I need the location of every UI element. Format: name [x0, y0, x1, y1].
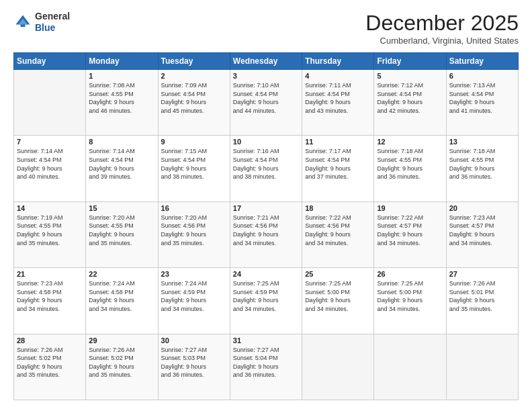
day-info: Sunrise: 7:26 AM Sunset: 5:02 PM Dayligh…	[17, 346, 83, 379]
day-info: Sunrise: 7:20 AM Sunset: 4:55 PM Dayligh…	[89, 214, 154, 247]
day-number: 18	[305, 204, 371, 212]
day-info: Sunrise: 7:24 AM Sunset: 4:59 PM Dayligh…	[161, 279, 227, 313]
day-number: 31	[233, 336, 299, 345]
logo: General Blue	[13, 11, 70, 34]
calendar-cell: 18Sunrise: 7:22 AM Sunset: 4:56 PM Dayli…	[302, 201, 374, 267]
header-tuesday: Tuesday	[158, 53, 230, 70]
calendar-cell: 24Sunrise: 7:25 AM Sunset: 4:59 PM Dayli…	[230, 268, 302, 334]
day-info: Sunrise: 7:26 AM Sunset: 5:02 PM Dayligh…	[89, 346, 154, 379]
day-number: 27	[449, 270, 515, 278]
calendar-cell: 5Sunrise: 7:12 AM Sunset: 4:54 PM Daylig…	[374, 70, 446, 136]
calendar-cell	[374, 334, 446, 400]
calendar-cell: 17Sunrise: 7:21 AM Sunset: 4:56 PM Dayli…	[230, 201, 302, 267]
calendar-cell: 1Sunrise: 7:08 AM Sunset: 4:55 PM Daylig…	[86, 70, 158, 136]
day-info: Sunrise: 7:09 AM Sunset: 4:54 PM Dayligh…	[161, 81, 227, 115]
day-info: Sunrise: 7:27 AM Sunset: 5:04 PM Dayligh…	[233, 346, 299, 379]
calendar-cell: 11Sunrise: 7:17 AM Sunset: 4:54 PM Dayli…	[302, 136, 374, 201]
day-number: 3	[233, 72, 299, 80]
calendar-cell: 19Sunrise: 7:22 AM Sunset: 4:57 PM Dayli…	[374, 201, 446, 267]
page: General Blue December 2025 Cumberland, V…	[0, 0, 532, 411]
day-number: 6	[449, 72, 515, 80]
calendar-cell: 26Sunrise: 7:25 AM Sunset: 5:00 PM Dayli…	[374, 268, 446, 334]
day-number: 12	[377, 138, 443, 146]
calendar-cell	[302, 334, 374, 400]
day-number: 24	[233, 270, 299, 278]
day-info: Sunrise: 7:22 AM Sunset: 4:56 PM Dayligh…	[305, 214, 371, 247]
day-number: 21	[17, 270, 83, 278]
day-info: Sunrise: 7:12 AM Sunset: 4:54 PM Dayligh…	[377, 81, 443, 115]
day-number: 11	[305, 138, 371, 146]
day-info: Sunrise: 7:13 AM Sunset: 4:54 PM Dayligh…	[449, 81, 515, 115]
header: General Blue December 2025 Cumberland, V…	[13, 11, 519, 46]
day-number: 15	[89, 204, 154, 212]
calendar-week-4: 28Sunrise: 7:26 AM Sunset: 5:02 PM Dayli…	[14, 334, 519, 400]
calendar-cell: 21Sunrise: 7:23 AM Sunset: 4:58 PM Dayli…	[14, 268, 86, 334]
calendar-cell: 20Sunrise: 7:23 AM Sunset: 4:57 PM Dayli…	[446, 201, 518, 267]
calendar-week-3: 21Sunrise: 7:23 AM Sunset: 4:58 PM Dayli…	[14, 268, 519, 334]
header-wednesday: Wednesday	[230, 53, 302, 70]
day-number: 4	[305, 72, 371, 80]
title-block: December 2025 Cumberland, Virginia, Unit…	[365, 11, 519, 46]
logo-icon	[13, 13, 32, 32]
day-info: Sunrise: 7:14 AM Sunset: 4:54 PM Dayligh…	[17, 147, 83, 181]
calendar-cell: 15Sunrise: 7:20 AM Sunset: 4:55 PM Dayli…	[86, 201, 158, 267]
logo-blue-text: Blue	[35, 22, 55, 33]
logo-general-text: General	[35, 11, 70, 21]
calendar-cell: 25Sunrise: 7:25 AM Sunset: 5:00 PM Dayli…	[302, 268, 374, 334]
calendar-cell: 3Sunrise: 7:10 AM Sunset: 4:54 PM Daylig…	[230, 70, 302, 136]
weekday-header-row: Sunday Monday Tuesday Wednesday Thursday…	[14, 53, 519, 70]
calendar-cell: 22Sunrise: 7:24 AM Sunset: 4:58 PM Dayli…	[86, 268, 158, 334]
calendar-cell: 10Sunrise: 7:16 AM Sunset: 4:54 PM Dayli…	[230, 136, 302, 201]
day-info: Sunrise: 7:14 AM Sunset: 4:54 PM Dayligh…	[89, 147, 154, 181]
calendar-cell: 23Sunrise: 7:24 AM Sunset: 4:59 PM Dayli…	[158, 268, 230, 334]
day-number: 10	[233, 138, 299, 146]
day-number: 20	[449, 204, 515, 212]
day-info: Sunrise: 7:21 AM Sunset: 4:56 PM Dayligh…	[233, 214, 299, 247]
day-info: Sunrise: 7:24 AM Sunset: 4:58 PM Dayligh…	[89, 279, 154, 313]
day-info: Sunrise: 7:25 AM Sunset: 5:00 PM Dayligh…	[305, 279, 371, 313]
day-number: 5	[377, 72, 443, 80]
calendar-cell: 30Sunrise: 7:27 AM Sunset: 5:03 PM Dayli…	[158, 334, 230, 400]
calendar-cell	[14, 70, 86, 136]
calendar-cell: 27Sunrise: 7:26 AM Sunset: 5:01 PM Dayli…	[446, 268, 518, 334]
day-info: Sunrise: 7:20 AM Sunset: 4:56 PM Dayligh…	[161, 214, 227, 247]
day-info: Sunrise: 7:27 AM Sunset: 5:03 PM Dayligh…	[161, 346, 227, 379]
location: Cumberland, Virginia, United States	[365, 36, 519, 46]
calendar-cell: 7Sunrise: 7:14 AM Sunset: 4:54 PM Daylig…	[14, 136, 86, 201]
day-info: Sunrise: 7:18 AM Sunset: 4:55 PM Dayligh…	[449, 147, 515, 181]
calendar-cell: 14Sunrise: 7:19 AM Sunset: 4:55 PM Dayli…	[14, 201, 86, 267]
day-number: 14	[17, 204, 83, 212]
header-thursday: Thursday	[302, 53, 374, 70]
calendar-cell: 12Sunrise: 7:18 AM Sunset: 4:55 PM Dayli…	[374, 136, 446, 201]
calendar-cell: 2Sunrise: 7:09 AM Sunset: 4:54 PM Daylig…	[158, 70, 230, 136]
calendar-cell: 29Sunrise: 7:26 AM Sunset: 5:02 PM Dayli…	[86, 334, 158, 400]
calendar-cell: 13Sunrise: 7:18 AM Sunset: 4:55 PM Dayli…	[446, 136, 518, 201]
day-info: Sunrise: 7:22 AM Sunset: 4:57 PM Dayligh…	[377, 214, 443, 247]
day-number: 19	[377, 204, 443, 212]
header-friday: Friday	[374, 53, 446, 70]
day-info: Sunrise: 7:26 AM Sunset: 5:01 PM Dayligh…	[449, 279, 515, 313]
day-number: 9	[161, 138, 227, 146]
calendar-cell: 28Sunrise: 7:26 AM Sunset: 5:02 PM Dayli…	[14, 334, 86, 400]
day-info: Sunrise: 7:18 AM Sunset: 4:55 PM Dayligh…	[377, 147, 443, 181]
day-info: Sunrise: 7:10 AM Sunset: 4:54 PM Dayligh…	[233, 81, 299, 115]
day-number: 13	[449, 138, 515, 146]
day-number: 17	[233, 204, 299, 212]
day-number: 2	[161, 72, 227, 80]
day-info: Sunrise: 7:15 AM Sunset: 4:54 PM Dayligh…	[161, 147, 227, 181]
day-info: Sunrise: 7:23 AM Sunset: 4:58 PM Dayligh…	[17, 279, 83, 313]
calendar-cell: 16Sunrise: 7:20 AM Sunset: 4:56 PM Dayli…	[158, 201, 230, 267]
calendar-cell: 4Sunrise: 7:11 AM Sunset: 4:54 PM Daylig…	[302, 70, 374, 136]
calendar-cell	[446, 334, 518, 400]
day-info: Sunrise: 7:19 AM Sunset: 4:55 PM Dayligh…	[17, 214, 83, 247]
day-number: 26	[377, 270, 443, 278]
calendar-week-1: 7Sunrise: 7:14 AM Sunset: 4:54 PM Daylig…	[14, 136, 519, 201]
month-title: December 2025	[365, 11, 519, 36]
header-sunday: Sunday	[14, 53, 86, 70]
header-saturday: Saturday	[446, 53, 518, 70]
header-monday: Monday	[86, 53, 158, 70]
calendar-cell: 8Sunrise: 7:14 AM Sunset: 4:54 PM Daylig…	[86, 136, 158, 201]
calendar-cell: 6Sunrise: 7:13 AM Sunset: 4:54 PM Daylig…	[446, 70, 518, 136]
day-number: 25	[305, 270, 371, 278]
calendar-cell: 31Sunrise: 7:27 AM Sunset: 5:04 PM Dayli…	[230, 334, 302, 400]
